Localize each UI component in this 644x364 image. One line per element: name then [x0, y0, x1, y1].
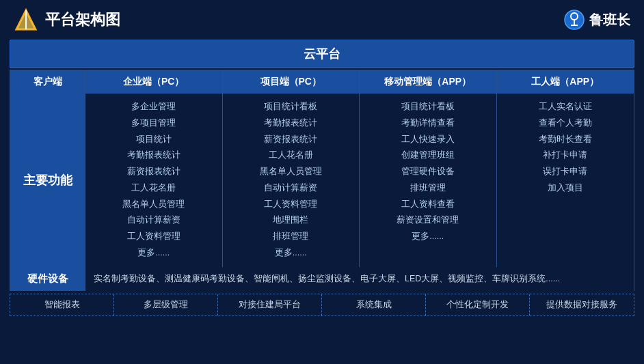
- page-title: 平台架构图: [45, 10, 120, 30]
- header-left: 平台架构图: [14, 8, 120, 32]
- cloud-platform-banner: 云平台: [10, 40, 634, 68]
- features-row: 主要功能 多企业管理 多项目管理 项目统计 考勤报表统计 薪资报表统计 工人花名…: [10, 94, 634, 267]
- bottom-item-0: 智能报表: [10, 294, 114, 316]
- hardware-content: 实名制考勤设备、测温健康码考勤设备、智能闸机、扬尘监测设备、电子大屏、LED大屏…: [85, 267, 634, 291]
- brand-name: 鲁班长: [589, 11, 630, 29]
- bottom-item-1: 多层级管理: [114, 294, 218, 316]
- col-client: 客户端: [10, 70, 85, 94]
- hardware-row-label: 硬件设备: [10, 267, 85, 291]
- col-mobile-mgmt: 移动管理端（APP）: [360, 70, 497, 94]
- col-project: 项目端（PC）: [223, 70, 360, 94]
- worker-features-cell: 工人实名认证 查看个人考勤 考勤时长查看 补打卡申请 误打卡申请 加入项目: [497, 94, 634, 267]
- col-worker: 工人端（APP）: [497, 70, 634, 94]
- header: 平台架构图 鲁班长: [0, 0, 644, 40]
- bottom-item-4: 个性化定制开发: [426, 294, 530, 316]
- main-content: 云平台 客户端 企业端（PC） 项目端（PC） 移动管理端（APP） 工人端（A…: [0, 40, 644, 322]
- hardware-row: 硬件设备 实名制考勤设备、测温健康码考勤设备、智能闸机、扬尘监测设备、电子大屏、…: [10, 267, 634, 291]
- bottom-item-2: 对接住建局平台: [218, 294, 322, 316]
- bottom-row: 智能报表 多层级管理 对接住建局平台 系统集成 个性化定制开发 提供数据对接服务: [10, 294, 634, 316]
- enterprise-features-cell: 多企业管理 多项目管理 项目统计 考勤报表统计 薪资报表统计 工人花名册 黑名单…: [85, 94, 223, 267]
- bottom-item-3: 系统集成: [322, 294, 426, 316]
- logo-icon: [14, 8, 38, 32]
- bottom-item-5: 提供数据对接服务: [530, 294, 634, 316]
- brand-icon: [563, 9, 585, 31]
- col-enterprise: 企业端（PC）: [85, 70, 223, 94]
- brand-logo: 鲁班长: [563, 9, 630, 31]
- mobile-mgmt-features-cell: 项目统计看板 考勤详情查看 工人快速录入 创建管理班组 管理硬件设备 排班管理 …: [360, 94, 497, 267]
- project-features-cell: 项目统计看板 考勤报表统计 薪资报表统计 工人花名册 黑名单人员管理 自动计算薪…: [223, 94, 360, 267]
- column-headers: 客户端 企业端（PC） 项目端（PC） 移动管理端（APP） 工人端（APP）: [10, 70, 634, 94]
- features-row-label: 主要功能: [10, 94, 85, 267]
